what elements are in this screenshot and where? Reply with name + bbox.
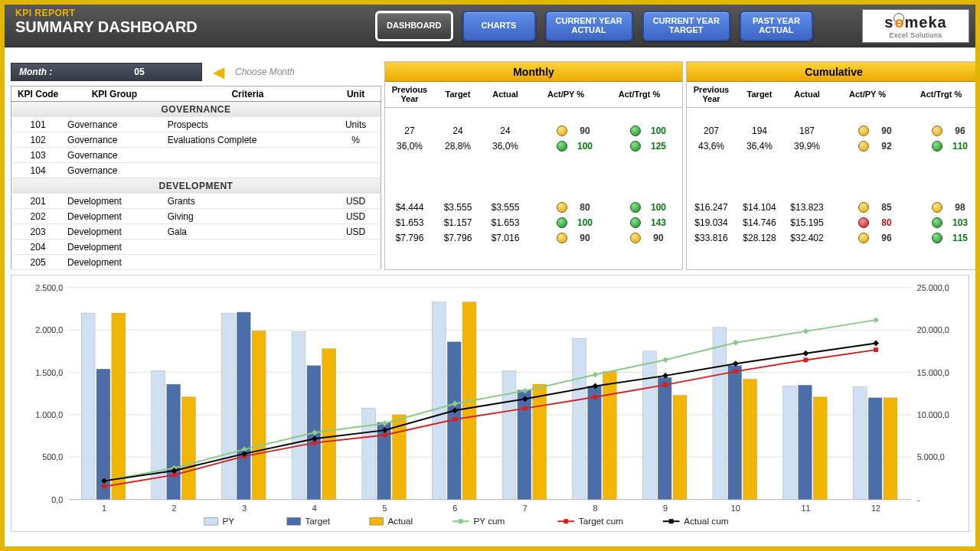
- svg-rect-35: [362, 408, 376, 500]
- svg-text:-: -: [917, 495, 920, 504]
- section-governance: GOVERNANCE: [11, 102, 381, 117]
- table-row[interactable]: 102GovernanceEvaluations Complete%: [11, 132, 381, 148]
- svg-text:5: 5: [383, 504, 387, 513]
- svg-text:5.000,0: 5.000,0: [917, 452, 945, 461]
- svg-rect-67: [102, 484, 106, 489]
- svg-rect-65: [813, 397, 827, 500]
- table-row[interactable]: 202DevelopmentGivingUSD: [11, 209, 381, 224]
- svg-rect-74: [593, 395, 598, 399]
- svg-rect-75: [663, 383, 668, 387]
- svg-rect-55: [112, 313, 126, 500]
- brand-logo: someka Excel Solutions: [862, 9, 969, 43]
- page-title: SUMMARY DASHBOARD: [15, 18, 361, 36]
- svg-rect-50: [588, 386, 602, 499]
- svg-rect-56: [182, 397, 196, 500]
- svg-rect-81: [287, 517, 301, 525]
- status-icon: [858, 217, 869, 228]
- svg-rect-39: [642, 351, 656, 500]
- status-icon: [630, 233, 641, 243]
- app-header: KPI REPORT SUMMARY DASHBOARD DASHBOARDCH…: [5, 5, 975, 47]
- svg-rect-41: [783, 386, 797, 499]
- svg-rect-40: [713, 328, 727, 500]
- svg-text:1.000,0: 1.000,0: [35, 410, 63, 419]
- panel-head: Previous YearTargetActualAct/PY %Act/Trg…: [687, 82, 980, 108]
- status-icon: [557, 233, 567, 243]
- svg-text:500,0: 500,0: [42, 452, 63, 461]
- svg-rect-63: [673, 395, 687, 499]
- nav-bar: DASHBOARDCHARTSCURRENT YEARACTUALCURRENT…: [372, 5, 816, 47]
- table-row[interactable]: 104Governance: [11, 163, 381, 178]
- svg-text:2.500,0: 2.500,0: [35, 283, 63, 292]
- svg-text:Actual cum: Actual cum: [684, 516, 728, 526]
- svg-text:9: 9: [663, 504, 668, 513]
- svg-rect-52: [728, 366, 742, 500]
- chart-svg: 0,0500,01.000,01.500,02.000,02.500,0-5.0…: [11, 280, 969, 530]
- nav-current-year-target[interactable]: CURRENT YEARTARGET: [642, 11, 730, 41]
- svg-rect-44: [167, 384, 181, 500]
- table-row[interactable]: 201DevelopmentGrantsUSD: [11, 194, 381, 209]
- svg-rect-86: [459, 519, 463, 523]
- svg-text:Actual: Actual: [387, 516, 413, 526]
- svg-rect-31: [81, 313, 95, 500]
- nav-charts[interactable]: CHARTS: [462, 11, 536, 41]
- svg-rect-64: [743, 379, 757, 499]
- month-value: 05: [77, 67, 201, 77]
- monthly-panel: MonthlyPrevious YearTargetActualAct/PY %…: [384, 61, 683, 270]
- svg-rect-51: [658, 377, 671, 499]
- status-icon: [858, 202, 869, 213]
- workspace: Month : 05 ◀ Choose Month KPI Code KPI G…: [5, 47, 975, 533]
- nav-dashboard[interactable]: DASHBOARD: [375, 11, 453, 41]
- status-icon: [557, 202, 567, 213]
- status-icon: [932, 126, 942, 136]
- svg-rect-37: [502, 370, 516, 499]
- svg-rect-73: [523, 406, 528, 411]
- svg-text:1: 1: [102, 504, 106, 513]
- svg-rect-45: [237, 312, 250, 500]
- svg-rect-62: [603, 371, 616, 499]
- table-row[interactable]: 103Governance: [11, 148, 381, 163]
- svg-rect-61: [533, 384, 547, 500]
- header-kicker: KPI REPORT: [15, 8, 361, 18]
- status-icon: [858, 141, 869, 152]
- svg-rect-72: [452, 417, 457, 422]
- svg-rect-34: [292, 331, 305, 499]
- svg-text:4: 4: [312, 504, 317, 513]
- col-unit: Unit: [331, 86, 381, 102]
- metric-row: $16.247$14.104$13.8238598: [687, 200, 980, 215]
- table-row[interactable]: 101GovernanceProspectsUnits: [11, 117, 381, 132]
- table-row[interactable]: 204Development: [11, 240, 381, 255]
- metric-row: $33.816$28.128$32.40296115: [687, 230, 980, 246]
- status-icon: [932, 141, 942, 152]
- kpi-table: KPI Code KPI Group Criteria Unit GOVERNA…: [11, 86, 381, 270]
- status-icon: [557, 126, 567, 136]
- nav-current-year-actual[interactable]: CURRENT YEARACTUAL: [545, 11, 633, 41]
- metric-row: $4.444$3.555$3.55580100: [385, 200, 682, 215]
- col-group: KPI Group: [64, 86, 165, 102]
- table-row[interactable]: 203DevelopmentGalaUSD: [11, 224, 381, 240]
- svg-rect-78: [874, 347, 878, 352]
- nav-past-year-actual[interactable]: PAST YEARACTUAL: [740, 11, 813, 41]
- col-criteria: Criteria: [165, 86, 332, 102]
- svg-rect-66: [884, 398, 897, 500]
- status-icon: [858, 233, 869, 243]
- month-hint: Choose Month: [235, 67, 295, 77]
- svg-text:11: 11: [801, 504, 810, 513]
- month-selector[interactable]: Month : 05: [11, 63, 202, 81]
- svg-text:10: 10: [731, 504, 740, 513]
- svg-text:8: 8: [593, 504, 597, 513]
- arrow-left-icon: ◀: [213, 63, 224, 81]
- svg-text:0,0: 0,0: [51, 495, 63, 504]
- logo-text: someka: [884, 14, 946, 31]
- trend-chart: 0,0500,01.000,01.500,02.000,02.500,0-5.0…: [11, 275, 969, 532]
- table-row[interactable]: 205Development: [11, 255, 381, 270]
- metric-row: 36,0%28,8%36,0%100125: [385, 139, 682, 154]
- svg-text:2.000,0: 2.000,0: [35, 325, 63, 334]
- svg-rect-53: [798, 385, 812, 500]
- logo-subtext: Excel Solutions: [889, 31, 942, 39]
- metric-row: 2071941879096: [687, 123, 980, 139]
- status-icon: [630, 217, 641, 228]
- month-label: Month :: [11, 67, 77, 77]
- svg-text:2: 2: [172, 504, 177, 513]
- svg-text:Target: Target: [305, 516, 330, 526]
- svg-rect-32: [152, 370, 165, 499]
